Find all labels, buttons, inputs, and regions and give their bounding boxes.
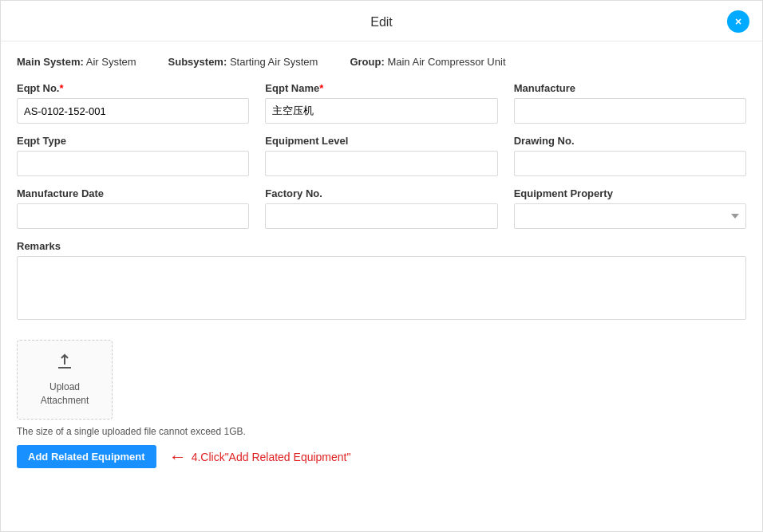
equipment-property-label: Equipment Property xyxy=(514,187,746,199)
close-button[interactable]: × xyxy=(727,10,749,33)
manufacture-date-input[interactable] xyxy=(17,203,249,229)
modal-header: Edit × xyxy=(1,1,762,41)
eqpt-no-group: Eqpt No.* xyxy=(17,82,249,124)
manufacture-label: Manufacture xyxy=(514,82,746,94)
add-related-equipment-button[interactable]: Add Related Equipment xyxy=(17,445,156,468)
remarks-label: Remarks xyxy=(17,240,746,252)
arrow-annotation: ← 4.Click"Add Related Equipment" xyxy=(169,448,351,466)
eqpt-type-group: Eqpt Type xyxy=(17,135,249,176)
manufacture-date-group: Manufacture Date xyxy=(17,187,249,229)
main-system-info: Main System: Air System xyxy=(17,56,136,68)
manufacture-group: Manufacture xyxy=(514,82,746,124)
manufacture-date-label: Manufacture Date xyxy=(17,187,249,199)
group-value: Main Air Compressor Unit xyxy=(387,56,505,68)
modal-body: Main System: Air System Subsystem: Start… xyxy=(1,41,762,481)
file-size-note: The size of a single uploaded file canno… xyxy=(17,426,746,437)
factory-no-group: Factory No. xyxy=(265,187,497,229)
upload-label: Upload Attachment xyxy=(41,380,89,408)
eqpt-no-input[interactable] xyxy=(17,98,249,124)
factory-no-label: Factory No. xyxy=(265,187,497,199)
edit-modal: Edit × Main System: Air System Subsystem… xyxy=(0,0,763,532)
equipment-level-label: Equipment Level xyxy=(265,135,497,147)
remarks-textarea[interactable] xyxy=(17,256,746,320)
subsystem-label: Subsystem: xyxy=(168,56,227,68)
eqpt-name-group: Eqpt Name* xyxy=(265,82,497,124)
equipment-property-group: Equipment Property xyxy=(514,187,746,229)
factory-no-input[interactable] xyxy=(265,203,497,229)
form-grid: Eqpt No.* Eqpt Name* Manufacture Eqpt Ty… xyxy=(17,82,746,333)
info-row: Main System: Air System Subsystem: Start… xyxy=(17,56,746,68)
modal-title: Edit xyxy=(370,15,393,29)
equipment-level-group: Equipment Level xyxy=(265,135,497,176)
subsystem-info: Subsystem: Starting Air System xyxy=(168,56,318,68)
eqpt-type-input[interactable] xyxy=(17,151,249,176)
group-info: Group: Main Air Compressor Unit xyxy=(350,56,505,68)
main-system-value: Air System xyxy=(86,56,136,68)
drawing-no-input[interactable] xyxy=(514,151,746,176)
eqpt-no-label: Eqpt No.* xyxy=(17,82,249,94)
footer-row: Add Related Equipment ← 4.Click"Add Rela… xyxy=(17,445,746,468)
remarks-group: Remarks xyxy=(17,240,746,322)
upload-arrow-icon xyxy=(55,352,74,371)
upload-area[interactable]: Upload Attachment xyxy=(17,340,113,420)
drawing-no-group: Drawing No. xyxy=(514,135,746,176)
equipment-level-input[interactable] xyxy=(265,151,497,176)
equipment-property-select[interactable] xyxy=(514,203,746,229)
eqpt-name-label: Eqpt Name* xyxy=(265,82,497,94)
main-system-label: Main System: xyxy=(17,56,84,68)
upload-icon xyxy=(55,352,74,376)
subsystem-value: Starting Air System xyxy=(230,56,318,68)
eqpt-type-label: Eqpt Type xyxy=(17,135,249,147)
eqpt-name-input[interactable] xyxy=(265,98,497,124)
group-label: Group: xyxy=(350,56,384,68)
drawing-no-label: Drawing No. xyxy=(514,135,746,147)
arrow-icon: ← xyxy=(169,448,187,466)
manufacture-input[interactable] xyxy=(514,98,746,124)
annotation-text: 4.Click"Add Related Equipment" xyxy=(192,451,351,463)
